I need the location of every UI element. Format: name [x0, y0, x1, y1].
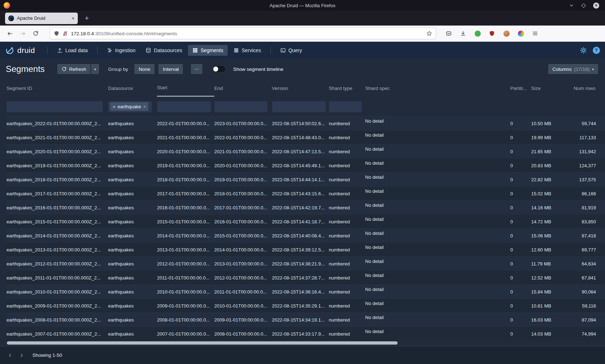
druid-brand[interactable]: druid — [5, 46, 35, 55]
browser-tab[interactable]: Apache Druid × — [5, 13, 78, 24]
table-row[interactable]: earthquakes_2010-01-01T00:00:00.000Z_2..… — [6, 285, 605, 299]
next-page-button[interactable] — [17, 350, 27, 360]
cell-size: 14.03 MB — [531, 331, 574, 337]
table-row[interactable]: earthquakes_2018-01-01T00:00:00.000Z_2..… — [6, 172, 605, 186]
url-text[interactable]: 172.18.0.4:30109/unified-console.html#se… — [71, 31, 424, 36]
filter-segment-id-input[interactable] — [6, 101, 103, 112]
browser-window: Apache Druid — Mozilla Firefox × Apache … — [0, 0, 605, 364]
header-version[interactable]: Version — [272, 79, 329, 97]
horizontal-scrollbar-thumb[interactable] — [7, 341, 398, 345]
header-size[interactable]: Size — [531, 79, 574, 97]
table-row[interactable]: earthquakes_2016-01-01T00:00:00.000Z_2..… — [6, 200, 605, 214]
table-row[interactable]: earthquakes_2019-01-01T00:00:00.000Z_2..… — [6, 158, 605, 172]
window-maximize-icon[interactable] — [582, 4, 585, 7]
downloads-icon[interactable] — [458, 28, 469, 39]
header-partition[interactable]: Partiti... — [510, 79, 531, 97]
filter-end-input[interactable] — [214, 101, 268, 112]
settings-gear-icon[interactable] — [580, 47, 587, 54]
more-options-button[interactable] — [191, 64, 203, 74]
cell-end: 2015-01-01T00:00:00.0... — [214, 233, 272, 238]
window-close-icon[interactable]: × — [593, 3, 599, 9]
nav-item-segments[interactable]: Segments — [188, 45, 228, 56]
filter-start-input[interactable] — [157, 101, 211, 112]
columns-button[interactable]: Columns (17/18) ▾ — [548, 64, 599, 74]
refresh-dropdown-button[interactable]: ▾ — [91, 64, 99, 74]
window-title: Apache Druid — Mozilla Firefox — [0, 3, 605, 8]
tracking-protection-shield-icon[interactable] — [54, 31, 59, 36]
table-row[interactable]: earthquakes_2014-01-01T00:00:00.000Z_2..… — [6, 228, 605, 242]
load-data-icon — [57, 47, 63, 53]
nav-item-load-data[interactable]: Load data — [53, 45, 92, 56]
table-row[interactable]: earthquakes_2011-01-01T00:00:00.000Z_2..… — [6, 270, 605, 285]
table-row[interactable]: earthquakes_2012-01-01T00:00:00.000Z_2..… — [6, 256, 605, 270]
cell-num-rows: 59,116 — [574, 303, 599, 309]
filter-version-input[interactable] — [272, 101, 326, 112]
nav-item-services[interactable]: Services — [229, 45, 265, 56]
extension-pinwheel-icon[interactable] — [515, 28, 526, 39]
group-by-interval-button[interactable]: Interval — [158, 64, 183, 74]
refresh-button[interactable]: Refresh — [57, 64, 91, 74]
back-icon[interactable] — [4, 28, 15, 39]
table-row[interactable]: earthquakes_2022-01-01T00:00:00.000Z_2..… — [6, 116, 605, 130]
table-row[interactable]: earthquakes_2020-01-01T00:00:00.000Z_2..… — [6, 144, 605, 158]
cell-size: 19.99 MB — [531, 135, 574, 140]
filter-shard-type-input[interactable] — [329, 101, 362, 112]
segment-timeline-toggle[interactable] — [212, 65, 226, 73]
nav-item-query[interactable]: Query — [276, 45, 306, 56]
header-datasource[interactable]: Datasource — [108, 79, 157, 97]
cell-start: 2020-01-01T00:00:00.0... — [157, 149, 214, 154]
cell-partition: 0 — [510, 205, 531, 210]
cell-partition: 0 — [510, 261, 531, 267]
filter-value: earthquake — [118, 104, 141, 109]
cell-datasource: earthquakes — [108, 205, 157, 210]
cell-shard-type: numbered — [329, 205, 365, 210]
group-by-none-button[interactable]: None — [134, 64, 155, 74]
cell-segment-id: earthquakes_2022-01-01T00:00:00.000Z_2..… — [6, 121, 108, 126]
cell-version: 2022-08-15T14:42:19.7... — [272, 205, 329, 210]
table-row[interactable]: earthquakes_2021-01-01T00:00:00.000Z_2..… — [6, 130, 605, 144]
bookmark-star-icon[interactable] — [426, 31, 432, 36]
cell-version: 2022-08-15T14:47:13.5... — [272, 149, 329, 154]
table-row[interactable]: earthquakes_2009-01-01T00:00:00.000Z_2..… — [6, 299, 605, 313]
cell-start: 2017-01-01T00:00:00.0... — [157, 191, 214, 196]
insecure-lock-icon[interactable] — [62, 31, 68, 36]
header-shard-type[interactable]: Shard type — [329, 79, 365, 97]
nav-item-ingestion[interactable]: Ingestion — [103, 45, 140, 56]
url-host: 172.18.0.4 — [71, 31, 94, 36]
table-row[interactable]: earthquakes_2013-01-01T00:00:00.000Z_2..… — [6, 242, 605, 256]
header-num-rows[interactable]: Num rows — [574, 79, 599, 97]
table-row[interactable]: earthquakes_2017-01-01T00:00:00.000Z_2..… — [6, 186, 605, 200]
help-icon[interactable]: ? — [593, 47, 600, 54]
nav-separator — [47, 47, 48, 54]
new-tab-button[interactable]: + — [81, 13, 92, 24]
header-end[interactable]: End — [214, 79, 272, 97]
header-segment-id[interactable]: Segment ID — [6, 79, 108, 97]
filter-datasource-input[interactable]: = earthquake × — [108, 101, 152, 112]
extension-green-icon[interactable] — [472, 28, 483, 39]
remove-filter-icon[interactable]: × — [143, 104, 146, 109]
table-row[interactable]: earthquakes_2007-01-01T00:00:00.000Z_2..… — [6, 327, 605, 341]
cell-end: 2020-01-01T00:00:00.0... — [214, 163, 272, 168]
reload-icon[interactable] — [30, 28, 41, 39]
table-row[interactable]: earthquakes_2015-01-01T00:00:00.000Z_2..… — [6, 214, 605, 228]
window-minimize-icon[interactable] — [569, 3, 574, 8]
forward-icon[interactable] — [17, 28, 28, 39]
cell-version: 2022-08-15T14:35:29.1... — [272, 303, 329, 309]
nav-item-datasources[interactable]: Datasources — [141, 45, 187, 56]
cell-end: 2008-01-01T00:00:00.0... — [214, 331, 272, 337]
cell-partition: 0 — [510, 149, 531, 154]
tab-close-icon[interactable]: × — [72, 16, 75, 21]
extension-avatar-icon[interactable] — [501, 28, 512, 39]
table-row[interactable]: earthquakes_2008-01-01T00:00:00.000Z_2..… — [6, 313, 605, 327]
cell-num-rows: 64,634 — [574, 261, 599, 267]
url-bar[interactable]: 172.18.0.4:30109/unified-console.html#se… — [50, 28, 436, 39]
header-shard-spec[interactable]: Shard spec — [365, 79, 510, 97]
menu-icon[interactable] — [530, 28, 541, 39]
cell-end: 2018-01-01T00:00:00.0... — [214, 191, 272, 196]
pocket-icon[interactable] — [443, 28, 454, 39]
cell-datasource: earthquakes — [108, 219, 157, 224]
header-start[interactable]: Start — [157, 79, 214, 97]
extension-ublock-icon[interactable] — [487, 28, 497, 39]
previous-page-button[interactable] — [5, 350, 15, 360]
datasource-filter-tag[interactable]: = earthquake × — [110, 102, 148, 111]
